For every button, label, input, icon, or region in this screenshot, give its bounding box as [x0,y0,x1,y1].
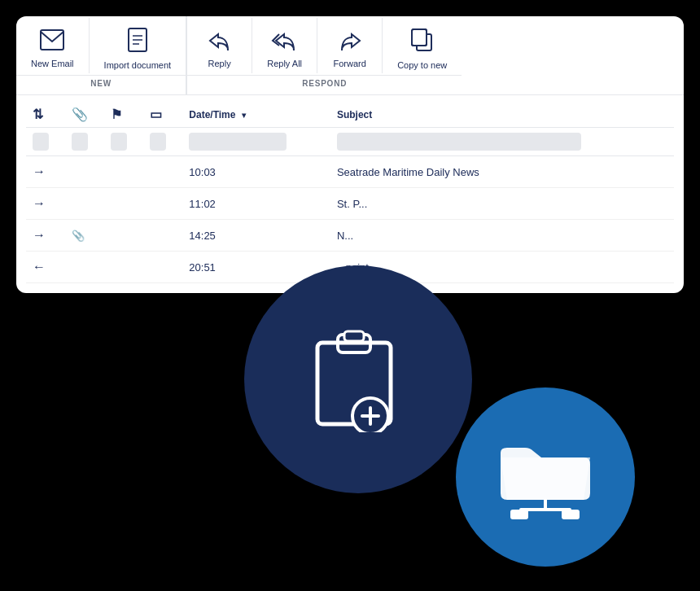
new-email-icon [40,29,64,54]
reply-icon [208,29,231,54]
toolbar-group-new: New Email Import document NEW [16,16,187,94]
col-datetime-header[interactable]: Date/Time ▾ [182,98,330,128]
card-icon: ▭ [150,107,162,121]
direction-cell: ← [26,252,65,283]
clipboard-icon [309,326,407,432]
table-row[interactable]: → 11:02 St. P... [26,188,674,220]
sort-arrow: ▾ [242,111,246,120]
direction-cell: → [26,220,65,252]
direction-cell: → [26,188,65,220]
copy-to-new-button[interactable]: Copy to new [383,16,462,75]
col-subject-header: Subject [330,98,674,128]
time-cell: 11:02 [182,188,330,220]
import-document-button[interactable]: Import document [90,16,186,75]
new-group-label: NEW [16,75,186,94]
attach-icon: 📎 [72,107,88,121]
forward-icon [339,29,361,54]
direction-cell: → [26,156,65,188]
table-row[interactable]: → 10:03 Seatrade Maritime Daily News [26,156,674,188]
clipboard-circle [244,265,472,493]
copy-to-new-label: Copy to new [397,60,447,70]
table-row[interactable]: → 📎 14:25 N... [26,220,674,252]
subject-cell: N... [330,220,674,252]
time-cell: 10:03 [182,156,330,188]
toolbar-group-respond: Reply Reply All [187,16,462,94]
new-email-label: New Email [31,59,74,68]
toolbar: New Email Import document NEW [16,16,684,95]
table-header-row: ⇅ 📎 ⚑ ▭ Date/Time ▾ [26,98,674,128]
reply-button[interactable]: Reply [187,18,252,73]
email-panel: New Email Import document NEW [16,16,684,293]
col-attach-header: 📎 [65,98,104,128]
email-table: ⇅ 📎 ⚑ ▭ Date/Time ▾ [26,98,674,283]
new-email-button[interactable]: New Email [16,18,90,73]
import-document-icon [128,28,147,55]
subject-label: Subject [337,109,372,120]
filter-row [26,128,674,156]
network-folder-icon [492,428,598,526]
attach-indicator: 📎 [72,230,85,242]
col-direction: ⇅ [26,98,65,128]
svg-rect-10 [344,331,364,341]
email-table-container: ⇅ 📎 ⚑ ▭ Date/Time ▾ [16,95,684,293]
svg-rect-16 [510,510,528,519]
time-cell: 14:25 [182,220,330,252]
respond-group-label: RESPOND [187,75,462,94]
reply-all-label: Reply All [267,59,302,68]
svg-rect-0 [41,30,63,50]
forward-button[interactable]: Forward [317,18,383,73]
subject-cell: Seatrade Maritime Daily News [330,156,674,188]
reply-label: Reply [208,59,231,68]
reply-all-icon [271,29,299,54]
network-folder-circle [456,387,635,567]
flag-icon: ⚑ [111,107,122,121]
import-document-label: Import document [104,60,172,70]
col-flag-header: ⚑ [104,98,143,128]
svg-rect-17 [562,510,580,519]
subject-cell: St. P... [330,188,674,220]
copy-to-new-icon [410,28,435,55]
datetime-label: Date/Time [189,109,235,120]
svg-rect-6 [412,29,427,46]
forward-label: Forward [333,59,365,68]
reply-all-button[interactable]: Reply All [252,18,317,73]
direction-icon: ⇅ [33,107,43,121]
col-card-header: ▭ [143,98,182,128]
